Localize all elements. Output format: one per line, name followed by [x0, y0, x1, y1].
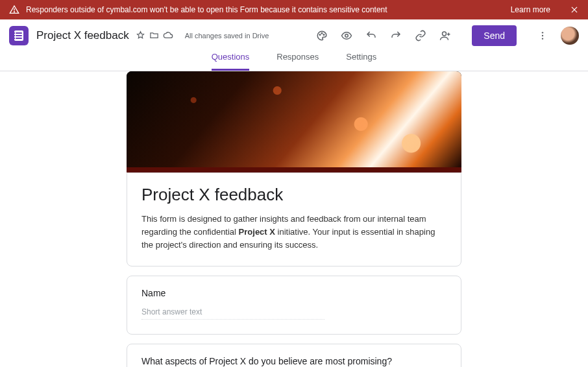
tabs: Questions Responses Settings: [0, 52, 588, 71]
topbar: Project X feedback All changes saved in …: [0, 19, 588, 52]
add-collaborator-icon[interactable]: [439, 30, 451, 41]
tab-settings[interactable]: Settings: [346, 52, 376, 71]
preview-icon[interactable]: [341, 30, 352, 41]
question-title[interactable]: Name: [141, 288, 447, 298]
form-description[interactable]: This form is designed to gather insights…: [141, 213, 447, 252]
svg-point-13: [542, 38, 543, 39]
svg-point-11: [542, 32, 543, 33]
form-header-image[interactable]: [127, 71, 461, 167]
tab-questions[interactable]: Questions: [212, 52, 250, 71]
svg-point-5: [322, 32, 323, 34]
question-title[interactable]: What aspects of Project X do you believe…: [141, 356, 447, 366]
send-button[interactable]: Send: [472, 25, 517, 46]
svg-point-4: [320, 34, 321, 35]
cloud-saved-icon[interactable]: [163, 30, 173, 41]
warning-icon: [9, 5, 19, 15]
title-card[interactable]: Project X feedback This form is designed…: [127, 172, 461, 266]
forms-logo[interactable]: [9, 26, 29, 45]
svg-point-7: [345, 34, 349, 37]
svg-point-1: [14, 12, 14, 12]
palette-icon[interactable]: [316, 30, 328, 41]
save-status: All changes saved in Drive: [185, 32, 269, 40]
close-icon[interactable]: [570, 5, 579, 14]
redo-icon[interactable]: [390, 30, 402, 41]
question-card-aspects[interactable]: What aspects of Project X do you believe…: [127, 344, 461, 367]
form-canvas: Project X feedback This form is designed…: [0, 71, 588, 367]
link-icon[interactable]: [415, 30, 426, 41]
accent-bar: [127, 167, 461, 172]
star-icon[interactable]: [136, 30, 145, 40]
move-to-folder-icon[interactable]: [149, 30, 159, 40]
learn-more-link[interactable]: Learn more: [511, 5, 550, 14]
question-card-name[interactable]: Name Short answer text: [127, 276, 461, 335]
doc-title[interactable]: Project X feedback: [36, 29, 129, 42]
svg-point-12: [542, 34, 543, 36]
svg-point-8: [443, 32, 447, 36]
tab-responses[interactable]: Responses: [276, 52, 319, 71]
undo-icon[interactable]: [365, 30, 377, 41]
svg-point-6: [324, 34, 325, 35]
more-icon[interactable]: [537, 30, 548, 41]
short-answer-placeholder: Short answer text: [141, 307, 325, 320]
warning-text: Responders outside of cymbal.com won't b…: [26, 5, 511, 14]
desc-bold: Project X: [239, 227, 275, 237]
form-title[interactable]: Project X feedback: [141, 185, 447, 205]
avatar[interactable]: [561, 27, 579, 45]
warning-banner: Responders outside of cymbal.com won't b…: [0, 0, 588, 19]
